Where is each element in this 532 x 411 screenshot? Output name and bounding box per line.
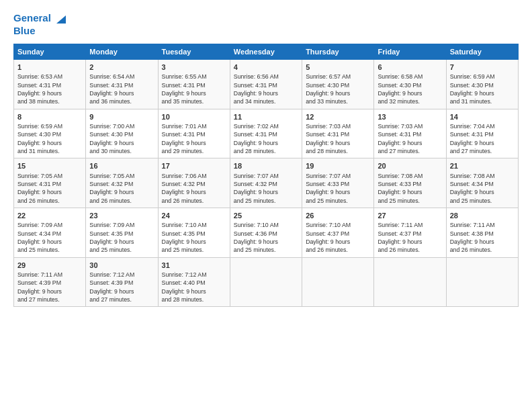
day-info: Sunrise: 7:12 AMSunset: 4:39 PMDaylight:… xyxy=(89,271,154,304)
day-number: 9 xyxy=(89,112,154,122)
cell-1-6: 6Sunrise: 6:58 AMSunset: 4:30 PMDaylight… xyxy=(374,60,446,109)
cell-5-1: 29Sunrise: 7:11 AMSunset: 4:39 PMDayligh… xyxy=(14,257,86,307)
day-info: Sunrise: 7:04 AMSunset: 4:31 PMDaylight:… xyxy=(450,122,515,155)
day-number: 2 xyxy=(89,62,154,73)
day-number: 23 xyxy=(89,211,154,221)
day-number: 13 xyxy=(378,112,442,122)
day-info: Sunrise: 7:11 AMSunset: 4:37 PMDaylight:… xyxy=(378,221,442,254)
col-header-wednesday: Wednesday xyxy=(230,44,302,60)
cell-3-6: 20Sunrise: 7:08 AMSunset: 4:33 PMDayligh… xyxy=(374,158,446,208)
cell-1-1: 1Sunrise: 6:53 AMSunset: 4:31 PMDaylight… xyxy=(14,60,86,109)
day-info: Sunrise: 7:07 AMSunset: 4:32 PMDaylight:… xyxy=(234,172,298,205)
logo-blue: Blue xyxy=(13,25,67,37)
day-info: Sunrise: 7:03 AMSunset: 4:31 PMDaylight:… xyxy=(306,122,370,155)
day-info: Sunrise: 7:05 AMSunset: 4:32 PMDaylight:… xyxy=(89,172,154,205)
day-info: Sunrise: 6:58 AMSunset: 4:30 PMDaylight:… xyxy=(378,73,442,105)
day-number: 1 xyxy=(17,62,82,73)
day-number: 20 xyxy=(378,161,442,171)
day-info: Sunrise: 6:53 AMSunset: 4:31 PMDaylight:… xyxy=(17,73,82,105)
day-number: 3 xyxy=(162,62,226,73)
day-number: 30 xyxy=(89,261,154,271)
week-row-1: 1Sunrise: 6:53 AMSunset: 4:31 PMDaylight… xyxy=(14,60,519,109)
day-info: Sunrise: 7:02 AMSunset: 4:31 PMDaylight:… xyxy=(234,122,298,155)
cell-3-2: 16Sunrise: 7:05 AMSunset: 4:32 PMDayligh… xyxy=(86,158,158,208)
cell-4-7: 28Sunrise: 7:11 AMSunset: 4:38 PMDayligh… xyxy=(446,208,518,257)
cell-4-5: 26Sunrise: 7:10 AMSunset: 4:37 PMDayligh… xyxy=(302,208,374,257)
svg-marker-0 xyxy=(56,15,66,24)
cell-3-5: 19Sunrise: 7:07 AMSunset: 4:33 PMDayligh… xyxy=(302,158,374,208)
col-header-tuesday: Tuesday xyxy=(158,44,230,60)
cell-5-3: 31Sunrise: 7:12 AMSunset: 4:40 PMDayligh… xyxy=(158,257,230,307)
col-header-sunday: Sunday xyxy=(14,44,86,60)
col-header-thursday: Thursday xyxy=(302,44,374,60)
day-info: Sunrise: 7:08 AMSunset: 4:34 PMDaylight:… xyxy=(450,172,515,205)
cell-4-6: 27Sunrise: 7:11 AMSunset: 4:37 PMDayligh… xyxy=(374,208,446,257)
cell-2-7: 14Sunrise: 7:04 AMSunset: 4:31 PMDayligh… xyxy=(446,109,518,158)
day-info: Sunrise: 7:07 AMSunset: 4:33 PMDaylight:… xyxy=(306,172,370,205)
week-row-2: 8Sunrise: 6:59 AMSunset: 4:30 PMDaylight… xyxy=(14,109,519,158)
cell-5-6 xyxy=(374,257,446,307)
day-number: 11 xyxy=(234,112,298,122)
day-number: 10 xyxy=(162,112,226,122)
page: General Blue SundayMondayTuesdayWednesda… xyxy=(0,0,532,411)
cell-2-6: 13Sunrise: 7:03 AMSunset: 4:31 PMDayligh… xyxy=(374,109,446,158)
day-number: 26 xyxy=(306,211,370,221)
day-number: 4 xyxy=(234,62,298,73)
day-number: 18 xyxy=(234,161,298,171)
cell-4-4: 25Sunrise: 7:10 AMSunset: 4:36 PMDayligh… xyxy=(230,208,302,257)
day-info: Sunrise: 6:59 AMSunset: 4:30 PMDaylight:… xyxy=(450,73,515,105)
cell-4-3: 24Sunrise: 7:10 AMSunset: 4:35 PMDayligh… xyxy=(158,208,230,257)
day-number: 7 xyxy=(450,62,515,73)
day-info: Sunrise: 6:54 AMSunset: 4:31 PMDaylight:… xyxy=(89,73,154,105)
header-row: SundayMondayTuesdayWednesdayThursdayFrid… xyxy=(14,44,519,60)
logo-general: General xyxy=(13,12,51,24)
cell-1-4: 4Sunrise: 6:56 AMSunset: 4:31 PMDaylight… xyxy=(230,60,302,109)
day-number: 6 xyxy=(378,62,442,73)
logo: General Blue xyxy=(13,12,67,37)
week-row-3: 15Sunrise: 7:05 AMSunset: 4:31 PMDayligh… xyxy=(14,158,519,208)
day-number: 21 xyxy=(450,161,515,171)
day-info: Sunrise: 6:57 AMSunset: 4:30 PMDaylight:… xyxy=(306,73,370,105)
day-number: 25 xyxy=(234,211,298,221)
cell-3-3: 17Sunrise: 7:06 AMSunset: 4:32 PMDayligh… xyxy=(158,158,230,208)
day-number: 15 xyxy=(17,161,82,171)
cell-5-5 xyxy=(302,257,374,307)
day-info: Sunrise: 6:56 AMSunset: 4:31 PMDaylight:… xyxy=(234,73,298,105)
cell-4-1: 22Sunrise: 7:09 AMSunset: 4:34 PMDayligh… xyxy=(14,208,86,257)
day-number: 12 xyxy=(306,112,370,122)
cell-2-5: 12Sunrise: 7:03 AMSunset: 4:31 PMDayligh… xyxy=(302,109,374,158)
day-info: Sunrise: 7:11 AMSunset: 4:38 PMDaylight:… xyxy=(450,221,515,254)
day-info: Sunrise: 7:05 AMSunset: 4:31 PMDaylight:… xyxy=(17,172,82,205)
cell-3-7: 21Sunrise: 7:08 AMSunset: 4:34 PMDayligh… xyxy=(446,158,518,208)
cell-5-7 xyxy=(446,257,518,307)
header: General Blue xyxy=(13,12,519,37)
day-info: Sunrise: 7:12 AMSunset: 4:40 PMDaylight:… xyxy=(162,271,226,304)
day-number: 8 xyxy=(17,112,82,122)
day-info: Sunrise: 7:01 AMSunset: 4:31 PMDaylight:… xyxy=(162,122,226,155)
cell-1-2: 2Sunrise: 6:54 AMSunset: 4:31 PMDaylight… xyxy=(86,60,158,109)
cell-1-5: 5Sunrise: 6:57 AMSunset: 4:30 PMDaylight… xyxy=(302,60,374,109)
cell-5-4 xyxy=(230,257,302,307)
day-info: Sunrise: 7:11 AMSunset: 4:39 PMDaylight:… xyxy=(17,271,82,304)
day-number: 29 xyxy=(17,261,82,271)
day-number: 16 xyxy=(89,161,154,171)
cell-3-1: 15Sunrise: 7:05 AMSunset: 4:31 PMDayligh… xyxy=(14,158,86,208)
cell-2-2: 9Sunrise: 7:00 AMSunset: 4:30 PMDaylight… xyxy=(86,109,158,158)
day-number: 5 xyxy=(306,62,370,73)
day-info: Sunrise: 7:09 AMSunset: 4:34 PMDaylight:… xyxy=(17,221,82,254)
day-info: Sunrise: 7:03 AMSunset: 4:31 PMDaylight:… xyxy=(378,122,442,155)
week-row-4: 22Sunrise: 7:09 AMSunset: 4:34 PMDayligh… xyxy=(14,208,519,257)
cell-2-1: 8Sunrise: 6:59 AMSunset: 4:30 PMDaylight… xyxy=(14,109,86,158)
calendar-table: SundayMondayTuesdayWednesdayThursdayFrid… xyxy=(13,44,519,307)
logo-text: General xyxy=(13,12,67,25)
day-info: Sunrise: 6:55 AMSunset: 4:31 PMDaylight:… xyxy=(162,73,226,105)
day-number: 14 xyxy=(450,112,515,122)
cell-1-3: 3Sunrise: 6:55 AMSunset: 4:31 PMDaylight… xyxy=(158,60,230,109)
day-info: Sunrise: 7:08 AMSunset: 4:33 PMDaylight:… xyxy=(378,172,442,205)
cell-4-2: 23Sunrise: 7:09 AMSunset: 4:35 PMDayligh… xyxy=(86,208,158,257)
week-row-5: 29Sunrise: 7:11 AMSunset: 4:39 PMDayligh… xyxy=(14,257,519,307)
day-info: Sunrise: 6:59 AMSunset: 4:30 PMDaylight:… xyxy=(17,122,82,155)
day-info: Sunrise: 7:10 AMSunset: 4:35 PMDaylight:… xyxy=(162,221,226,254)
col-header-friday: Friday xyxy=(374,44,446,60)
day-number: 19 xyxy=(306,161,370,171)
